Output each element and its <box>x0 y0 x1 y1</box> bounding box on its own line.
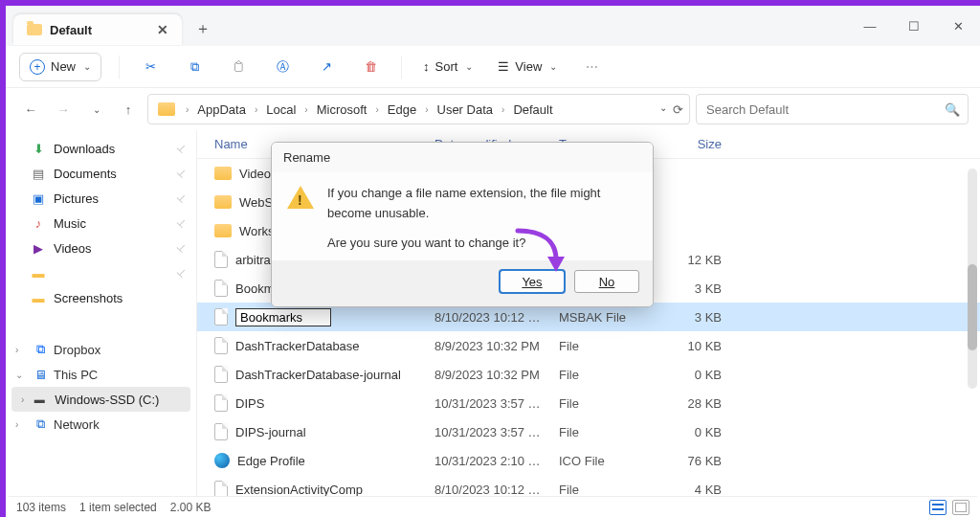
vertical-scrollbar[interactable] <box>968 169 977 389</box>
pin-icon: ⊥ <box>174 166 189 181</box>
sidebar-icon: ▤ <box>31 167 46 181</box>
warning-icon <box>287 186 314 209</box>
sidebar-group[interactable]: › ⧉ Dropbox <box>6 337 196 362</box>
file-type: File <box>559 396 664 411</box>
dialog-line2: Are you sure you want to change it? <box>327 234 637 254</box>
network-icon: ⧉ <box>33 416 48 432</box>
file-date: 10/31/2023 2:10 … <box>434 454 559 468</box>
delete-button[interactable]: 🗑 <box>357 54 384 80</box>
file-row[interactable]: Edge Profile 10/31/2023 2:10 … ICO File … <box>197 446 980 475</box>
folder-icon <box>214 167 232 180</box>
file-type: File <box>559 368 664 382</box>
recent-button[interactable]: ⌄ <box>82 96 109 123</box>
maximize-button[interactable]: ☐ <box>892 11 936 41</box>
sidebar-item[interactable]: ▬ Screenshots <box>6 285 196 310</box>
file-row[interactable]: DashTrackerDatabase 8/9/2023 10:32 PM Fi… <box>197 331 980 360</box>
sidebar-item[interactable]: ▤ Documents ⊥ <box>6 161 196 186</box>
no-button[interactable]: No <box>574 270 639 293</box>
active-tab[interactable]: Default ✕ <box>13 14 182 45</box>
breadcrumb-seg[interactable]: Default <box>511 102 554 117</box>
status-item-count: 103 items <box>16 501 66 514</box>
sidebar-label: Screenshots <box>54 291 122 305</box>
status-size: 2.00 KB <box>170 501 212 514</box>
breadcrumb-seg[interactable]: User Data <box>435 102 496 117</box>
sidebar-icon: ▶ <box>31 241 46 256</box>
new-tab-button[interactable]: ＋ <box>189 15 216 42</box>
pin-icon: ⊥ <box>174 215 189 231</box>
file-row[interactable]: DashTrackerDatabase-journal 8/9/2023 10:… <box>197 360 980 389</box>
share-button[interactable]: ↗ <box>313 54 340 80</box>
file-row[interactable]: ExtensionActivityComp 8/10/2023 10:12 … … <box>197 475 980 496</box>
close-tab-button[interactable]: ✕ <box>157 22 168 37</box>
search-box[interactable]: 🔍 <box>696 94 969 124</box>
file-type: File <box>559 339 664 353</box>
icons-view-toggle[interactable] <box>952 500 969 515</box>
yes-label: Yes <box>522 275 542 289</box>
file-type: ICO File <box>559 454 664 468</box>
back-button[interactable]: ← <box>17 96 44 123</box>
pin-icon: ⊥ <box>174 191 189 206</box>
new-button[interactable]: + New ⌄ <box>19 53 101 81</box>
file-row[interactable]: DIPS-journal 10/31/2023 3:57 … File 0 KB <box>197 417 980 446</box>
rename-button[interactable]: Ⓐ <box>269 54 296 80</box>
yes-button[interactable]: Yes <box>500 270 565 293</box>
file-size: 12 KB <box>664 253 722 267</box>
file-size: 10 KB <box>664 339 722 353</box>
close-window-button[interactable]: ✕ <box>936 11 980 41</box>
chevron-right-icon: › <box>499 104 507 115</box>
sidebar-label: Pictures <box>54 191 99 206</box>
sidebar-item[interactable]: ▬ ⊥ <box>6 260 196 285</box>
file-icon <box>214 280 228 297</box>
file-size: 3 KB <box>664 310 722 325</box>
paste-button[interactable]: 📋︎ <box>225 54 252 80</box>
folder-icon <box>214 195 232 209</box>
details-view-toggle[interactable] <box>929 500 947 515</box>
sidebar-item[interactable]: ⬇ Downloads ⊥ <box>6 136 196 161</box>
search-input[interactable] <box>704 101 945 118</box>
sort-button[interactable]: ↕ Sort ⌄ <box>419 59 477 74</box>
sidebar-label: Downloads <box>54 142 115 156</box>
more-button[interactable]: ⋯ <box>578 54 605 80</box>
file-size: 28 KB <box>664 396 722 411</box>
search-icon[interactable]: 🔍 <box>945 102 960 117</box>
pin-icon: ⊥ <box>174 265 189 281</box>
sidebar-group[interactable]: ⌄ 🖥 This PC <box>6 362 196 387</box>
address-bar[interactable]: › AppData › Local › Microsoft › Edge › U… <box>147 94 690 124</box>
col-size[interactable]: Size <box>664 137 722 151</box>
sidebar-label: Videos <box>54 241 92 256</box>
sidebar-icon: ▬ <box>31 291 46 305</box>
sidebar-item[interactable]: ▣ Pictures ⊥ <box>6 186 196 211</box>
file-icon <box>214 481 228 496</box>
sort-icon: ↕ <box>423 59 430 74</box>
sidebar-icon: ⬇ <box>31 142 46 156</box>
sidebar-item-network[interactable]: › ⧉ Network <box>6 412 196 437</box>
up-button[interactable]: ↑ <box>115 96 142 123</box>
cut-button[interactable]: ✂ <box>137 54 164 80</box>
breadcrumb-seg[interactable]: Edge <box>386 102 418 117</box>
minimize-button[interactable]: — <box>848 11 892 41</box>
scrollbar-thumb[interactable] <box>968 264 977 350</box>
file-date: 10/31/2023 3:57 … <box>434 425 559 439</box>
rename-dialog: Rename If you change a file name extensi… <box>271 142 654 307</box>
file-row[interactable]: DIPS 10/31/2023 3:57 … File 28 KB <box>197 389 980 417</box>
forward-button[interactable]: → <box>50 96 77 123</box>
refresh-button[interactable]: ⟳ <box>673 102 683 117</box>
sidebar-item[interactable]: ♪ Music ⊥ <box>6 211 196 236</box>
breadcrumb-seg[interactable]: Local <box>264 102 298 117</box>
view-icon: ☰ <box>498 59 509 74</box>
network-label: Network <box>54 417 100 432</box>
sidebar-item-drive[interactable]: › ▬ Windows-SSD (C:) <box>11 387 190 412</box>
folder-icon <box>214 224 232 237</box>
file-type: File <box>559 425 664 439</box>
address-dropdown[interactable]: ⌄ <box>659 102 667 117</box>
breadcrumb-seg[interactable]: AppData <box>195 102 248 117</box>
breadcrumb-seg[interactable]: Microsoft <box>315 102 369 117</box>
sidebar-icon: ▬ <box>31 266 46 281</box>
no-label: No <box>599 275 615 289</box>
chevron-icon: › <box>15 345 27 355</box>
copy-button[interactable]: ⧉ <box>181 54 208 80</box>
view-button[interactable]: ☰ View ⌄ <box>494 59 561 74</box>
rename-input[interactable] <box>235 308 331 326</box>
file-size: 76 KB <box>664 454 722 468</box>
sidebar-item[interactable]: ▶ Videos ⊥ <box>6 236 196 260</box>
